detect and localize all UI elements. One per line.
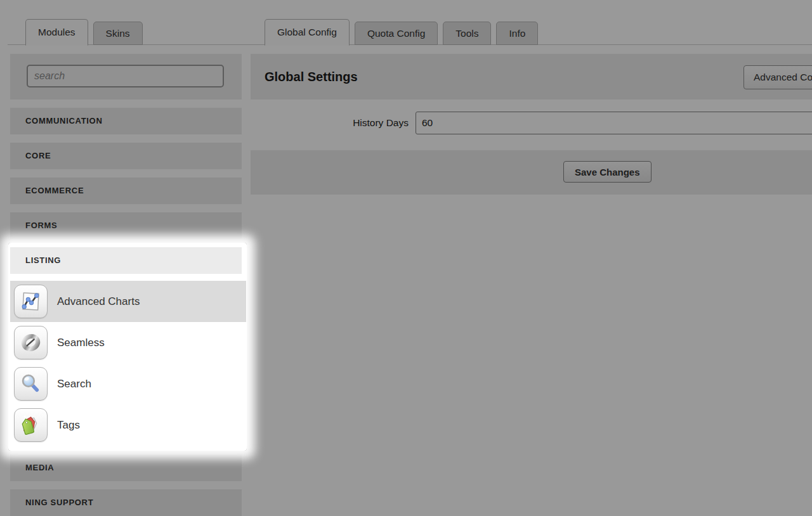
search-input[interactable] (27, 65, 224, 87)
spacer (10, 446, 242, 455)
tags-icon (14, 408, 48, 442)
line-chart-icon (14, 285, 48, 318)
history-days-row: History Days (251, 100, 812, 150)
history-days-input[interactable] (416, 112, 812, 134)
metal-ring-icon (14, 326, 48, 359)
listing-items: Advanced Charts (10, 274, 242, 446)
sidebar-section-media[interactable]: MEDIA (10, 455, 242, 481)
admin-settings-screen: Modules Skins Global Config Quota Config… (0, 0, 812, 516)
sidebar-item-tags[interactable]: Tags (10, 404, 242, 446)
sidebar-section-ecommerce[interactable]: ECOMMERCE (10, 177, 242, 204)
sidebar-item-label: Advanced Charts (57, 281, 140, 322)
sidebar-item-label: Seamless (57, 322, 105, 363)
sidebar-section-listing[interactable]: LISTING (10, 247, 242, 274)
magnifier-icon (14, 367, 48, 401)
sidebar-item-seamless[interactable]: Seamless (10, 322, 242, 363)
advanced-config-button[interactable]: Advanced Config (743, 65, 812, 89)
sidebar-item-search[interactable]: Search (10, 363, 242, 404)
tab-modules[interactable]: Modules (25, 19, 88, 46)
panel-header: Global Settings Advanced Config (251, 54, 812, 100)
sidebar-section-forms[interactable]: FORMS (10, 212, 242, 239)
modules-sidebar: COMMUNICATION CORE ECOMMERCE FORMS LISTI… (10, 54, 242, 516)
sidebar-search-band (10, 54, 242, 100)
tab-skins[interactable]: Skins (93, 22, 143, 45)
config-tab-group: Global Config Quota Config Tools Info (265, 19, 543, 45)
sidebar-item-label: Search (57, 363, 91, 404)
module-tab-group: Modules Skins (25, 19, 148, 45)
sidebar-section-ning-support[interactable]: NING SUPPORT (10, 489, 242, 516)
page-title: Global Settings (265, 54, 358, 100)
save-changes-button[interactable]: Save Changes (563, 161, 652, 183)
tab-tools[interactable]: Tools (443, 22, 491, 45)
sidebar-item-advanced-charts[interactable]: Advanced Charts (10, 281, 246, 322)
sidebar-section-core[interactable]: CORE (10, 143, 242, 169)
tab-global-config[interactable]: Global Config (265, 19, 350, 46)
sidebar-item-label: Tags (57, 404, 80, 446)
tab-quota-config[interactable]: Quota Config (355, 22, 438, 45)
history-days-label: History Days (251, 100, 409, 150)
global-config-panel: Global Settings Advanced Config History … (251, 54, 812, 195)
save-bar: Save Changes (251, 150, 812, 195)
tab-info[interactable]: Info (496, 22, 538, 45)
sidebar-section-communication[interactable]: COMMUNICATION (10, 108, 242, 134)
